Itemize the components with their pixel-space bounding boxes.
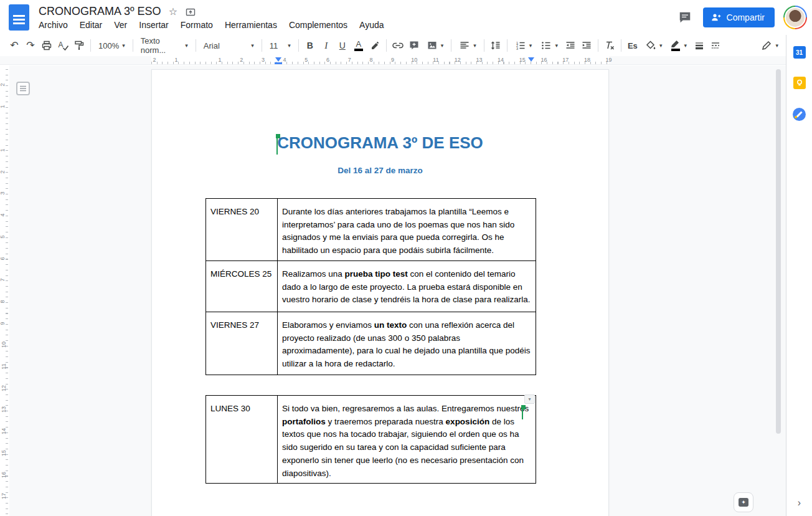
menu-herramientas[interactable]: Herramientas: [225, 20, 277, 30]
menu-formato[interactable]: Formato: [181, 20, 213, 30]
print-icon: [41, 40, 52, 51]
document-page[interactable]: CRONOGRAMA 3º DE ESO Del 16 al 27 de mar…: [151, 69, 609, 516]
expand-side-panel-icon[interactable]: ›: [798, 497, 801, 509]
tasks-icon[interactable]: [793, 108, 806, 121]
menu-complementos[interactable]: Complementos: [289, 20, 347, 30]
person-add-icon: [710, 12, 722, 23]
paint-format-button[interactable]: [71, 37, 87, 54]
document-title[interactable]: CRONOGRAMA 3º ESO: [39, 5, 161, 18]
keep-icon[interactable]: [793, 77, 806, 89]
ruler-number: 12: [1, 385, 7, 391]
decrease-indent-button[interactable]: [562, 37, 578, 54]
doc-subtitle[interactable]: Del 16 al 27 de marzo: [152, 166, 608, 176]
indent-icon: [581, 40, 592, 51]
open-comments-button[interactable]: [673, 6, 697, 29]
vertical-ruler[interactable]: 211234567891011121314151617: [0, 65, 9, 516]
description-cell[interactable]: Si todo va bien, regresaremos a las aula…: [278, 396, 536, 484]
redo-icon: ↷: [26, 41, 34, 50]
schedule-table-2[interactable]: LUNES 30Si todo va bien, regresaremos a …: [205, 395, 536, 484]
share-button[interactable]: Compartir: [703, 7, 775, 27]
ruler-number: 16: [1, 471, 7, 477]
account-avatar[interactable]: [783, 6, 807, 29]
ruler-number: 8: [369, 57, 372, 63]
indent-marker-right[interactable]: [528, 57, 534, 62]
left-indent-bar[interactable]: [275, 62, 282, 64]
undo-icon: ↶: [10, 41, 18, 50]
chevron-down-icon: ▾: [251, 42, 254, 49]
ruler-number: 4: [283, 57, 286, 63]
show-outline-button[interactable]: [16, 82, 30, 95]
ruler-number: 6: [326, 57, 329, 63]
add-comment-icon: [408, 40, 420, 51]
paint-format-icon: [73, 40, 85, 51]
day-cell[interactable]: VIERNES 20: [206, 199, 278, 261]
border-width-button[interactable]: [691, 37, 707, 54]
insert-link-button[interactable]: [390, 37, 406, 54]
indent-marker-left[interactable]: [275, 57, 281, 62]
schedule-table-1[interactable]: VIERNES 20Durante los días anteriores tr…: [205, 198, 536, 375]
move-to-folder-icon[interactable]: [185, 6, 196, 17]
undo-button[interactable]: ↶: [6, 37, 22, 54]
ruler-number: 16: [541, 57, 547, 63]
font-size-select[interactable]: 11 ▾: [265, 37, 295, 54]
font-select[interactable]: Arial ▾: [199, 37, 258, 54]
increase-indent-button[interactable]: [578, 37, 595, 54]
ruler-number: 2: [153, 57, 156, 63]
line-spacing-button[interactable]: [488, 37, 504, 54]
day-cell[interactable]: VIERNES 27: [206, 312, 278, 375]
table-selector-button[interactable]: ▾: [524, 394, 535, 404]
ruler-number: 7: [348, 57, 351, 63]
ruler-number: 10: [411, 57, 417, 63]
calendar-icon[interactable]: 31: [793, 46, 806, 59]
paragraph-style-select[interactable]: Texto norm... ▾: [136, 37, 192, 54]
menu-archivo[interactable]: Archivo: [39, 20, 68, 30]
fill-color-button[interactable]: ▾: [641, 37, 667, 54]
input-tools-button[interactable]: Es: [625, 37, 641, 54]
svg-text:A: A: [59, 41, 64, 49]
horizontal-ruler[interactable]: 2112345678910111213141516171819: [0, 56, 812, 65]
clear-formatting-button[interactable]: [602, 37, 618, 54]
border-color-button[interactable]: ▾: [666, 37, 691, 54]
doc-heading[interactable]: CRONOGRAMA 3º DE ESO: [152, 133, 608, 152]
day-cell[interactable]: LUNES 30: [206, 396, 278, 484]
ruler-number: 13: [476, 57, 482, 63]
vertical-scrollbar[interactable]: [776, 69, 781, 434]
bold-button[interactable]: B: [302, 37, 318, 54]
menu-ver[interactable]: Ver: [114, 20, 127, 30]
ruler-number: 15: [1, 450, 7, 456]
align-button[interactable]: ▾: [455, 37, 481, 54]
ruler-number: 6: [0, 257, 6, 260]
ruler-number: 3: [0, 192, 6, 195]
zoom-select[interactable]: 100% ▾: [94, 37, 130, 54]
italic-button[interactable]: I: [318, 37, 334, 54]
underline-button[interactable]: U: [334, 37, 351, 54]
text-color-button[interactable]: A: [351, 37, 367, 54]
star-icon[interactable]: ☆: [169, 7, 177, 17]
print-button[interactable]: [39, 37, 55, 54]
numbered-list-button[interactable]: 123 ▾: [511, 37, 537, 54]
explore-button[interactable]: ✦: [734, 492, 753, 512]
collaborator-cursor: [276, 138, 278, 155]
spellcheck-button[interactable]: A: [55, 37, 71, 54]
bulleted-list-button[interactable]: ▾: [536, 37, 562, 54]
editing-mode-button[interactable]: ▾: [757, 37, 783, 54]
ruler-number: 4: [0, 214, 6, 217]
menu-editar[interactable]: Editar: [80, 20, 103, 30]
border-dash-button[interactable]: [707, 37, 724, 54]
description-cell[interactable]: Durante los días anteriores trabajamos l…: [278, 199, 536, 261]
highlight-color-button[interactable]: [367, 37, 383, 54]
insert-image-button[interactable]: ▾: [422, 37, 448, 54]
menu-ayuda[interactable]: Ayuda: [359, 20, 384, 30]
description-cell[interactable]: Realizamos una prueba tipo test con el c…: [278, 261, 536, 312]
chevron-down-icon: ▾: [473, 42, 476, 49]
day-cell[interactable]: MIÉRCOLES 25: [206, 261, 278, 312]
ruler-number: 2: [240, 57, 243, 63]
google-docs-icon[interactable]: [9, 4, 29, 31]
ruler-number: 17: [562, 57, 569, 63]
add-comment-button[interactable]: [406, 37, 422, 54]
redo-button[interactable]: ↷: [22, 37, 39, 54]
menu-insertar[interactable]: Insertar: [139, 20, 168, 30]
align-left-icon: [459, 40, 470, 51]
description-cell[interactable]: Elaboramos y enviamos un texto con una r…: [278, 312, 536, 375]
comment-icon: [678, 11, 692, 24]
